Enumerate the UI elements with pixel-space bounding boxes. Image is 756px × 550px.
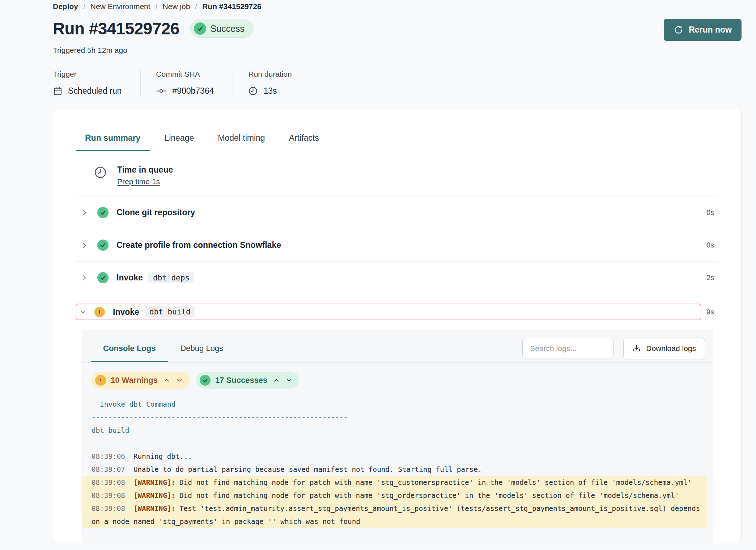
check-circle-icon [200,375,211,386]
step-duration: 2s [706,274,714,282]
success-circle-icon [97,240,109,251]
step-duration: 0s [706,208,714,217]
triggered-timestamp: Triggered 5h 12m ago [53,46,742,55]
breadcrumb-separator: / [195,2,197,11]
meta-duration-label: Run duration [248,70,292,79]
success-circle-icon [97,207,109,218]
download-icon [632,344,641,353]
successes-badge-label: 17 Successes [215,376,267,385]
log-timestamp: 08:39:06 [92,452,125,461]
step-invoke-dbt-deps[interactable]: Invoke dbt deps 2s [76,262,719,294]
breadcrumb-separator: / [156,2,158,11]
refresh-icon [674,25,683,35]
warning-circle-icon [95,375,106,386]
log-timestamp: 08:39:08 [92,491,125,500]
log-message: Unable to do partial parsing because sav… [133,465,482,474]
log-timestamp: 08:39:07 [92,465,125,474]
log-message: Running dbt... [133,452,192,461]
calendar-icon [53,86,63,96]
log-line-warning: 08:39:08[WARNING]:Test 'test.admin_matur… [82,502,707,528]
run-summary-card: Run summary Lineage Model timing Artifac… [53,109,742,543]
rerun-now-label: Rerun now [689,25,732,35]
status-badge-label: Success [211,24,245,34]
chevron-down-icon[interactable] [285,377,293,384]
log-line-warning: 08:39:08[WARNING]:Did not find matching … [82,489,707,502]
breadcrumb-new-job[interactable]: New job [162,2,190,11]
breadcrumb-deploy[interactable]: Deploy [53,2,78,11]
check-circle-icon [194,22,206,35]
commit-icon [156,86,167,96]
breadcrumb-separator: / [83,2,85,11]
warning-circle-icon [94,307,105,317]
chevron-down-icon[interactable] [176,377,183,384]
tab-console-logs[interactable]: Console Logs [91,338,168,362]
meta-trigger-label: Trigger [53,70,122,79]
prep-time-link[interactable]: Prep time 1s [117,177,160,186]
step-label: Invoke [113,307,139,317]
step-clone-git-repository[interactable]: Clone git repository 0s [76,196,719,229]
log-line [82,437,707,450]
meta-duration-value: 13s [263,86,277,96]
chevron-down-icon[interactable] [80,309,86,315]
step-label: Invoke [116,273,143,283]
meta-commit: Commit SHA #900b7364 [156,70,233,96]
status-badge: Success [190,20,254,38]
breadcrumb: Deploy / New Environment / New job / Run… [53,2,742,11]
step-command-chip: dbt build [145,306,195,317]
tab-model-timing[interactable]: Model timing [208,128,274,151]
search-logs-input[interactable] [522,338,614,359]
log-warning-tag: [WARNING]: [133,504,175,513]
meta-trigger-value: Scheduled run [68,86,122,96]
page-title: Run #341529726 [53,19,179,38]
tab-run-summary[interactable]: Run summary [76,128,150,151]
rerun-now-button[interactable]: Rerun now [664,19,742,41]
console-log-panel: Console Logs Debug Logs Download logs 10… [82,330,713,543]
chevron-up-icon[interactable] [273,377,280,384]
step-invoke-dbt-build[interactable]: Invoke dbt build 9s [76,304,719,320]
log-message: Did not find matching node for patch wit… [179,491,679,500]
meta-commit-label: Commit SHA [156,70,214,79]
success-circle-icon [97,272,109,283]
meta-duration: Run duration 13s [248,70,310,96]
log-message: Did not find matching node for patch wit… [179,478,692,487]
log-timestamp: 08:39:08 [92,478,125,487]
tab-debug-logs[interactable]: Debug Logs [168,338,235,362]
log-warning-tag: [WARNING]: [133,478,175,487]
time-in-queue-section: Time in queue Prep time 1s [76,151,719,196]
log-line: 08:39:06Running dbt... [82,450,707,463]
successes-badge[interactable]: 17 Successes [196,372,299,389]
chevron-right-icon[interactable] [81,242,88,249]
breadcrumb-new-environment[interactable]: New Environment [90,2,150,11]
step-create-profile[interactable]: Create profile from connection Snowflake… [76,229,719,262]
log-warning-tag: [WARNING]: [133,491,175,500]
run-meta: Trigger Scheduled run Commit SHA #900b73… [53,70,742,96]
clock-icon [248,86,258,96]
run-tabs: Run summary Lineage Model timing Artifac… [76,128,719,151]
step-command-chip: dbt deps [148,272,194,283]
chevron-right-icon[interactable] [81,209,88,216]
download-logs-button[interactable]: Download logs [623,338,705,359]
log-line-warning: 08:39:08[WARNING]:Did not find matching … [82,476,707,489]
chevron-right-icon[interactable] [81,274,88,282]
chevron-up-icon[interactable] [163,377,170,384]
step-duration: 0s [706,241,714,249]
download-logs-label: Download logs [646,344,696,353]
clock-icon [94,166,107,186]
log-line: ----------------------------------------… [82,411,707,424]
log-line: Invoke dbt Command [82,398,707,411]
page-header: Deploy / New Environment / New job / Run… [0,0,756,96]
step-duration: 9s [706,308,714,316]
log-message: Test 'test.admin_maturity.assert_stg_pay… [92,504,704,526]
log-timestamp: 08:39:08 [92,504,125,513]
log-line: 08:39:07Unable to do partial parsing bec… [82,463,707,476]
warnings-badge[interactable]: 10 Warnings [92,372,190,389]
breadcrumb-current-run: Run #341529726 [202,2,261,11]
time-in-queue-title: Time in queue [117,165,173,175]
tab-lineage[interactable]: Lineage [155,128,203,151]
step-label: Clone git repository [116,208,195,217]
tab-artifacts[interactable]: Artifacts [280,128,328,151]
step-label: Create profile from connection Snowflake [116,240,281,250]
step-invoke-dbt-build-box[interactable]: Invoke dbt build [76,304,701,320]
meta-commit-value: #900b7364 [172,86,214,96]
warnings-badge-label: 10 Warnings [111,376,158,385]
